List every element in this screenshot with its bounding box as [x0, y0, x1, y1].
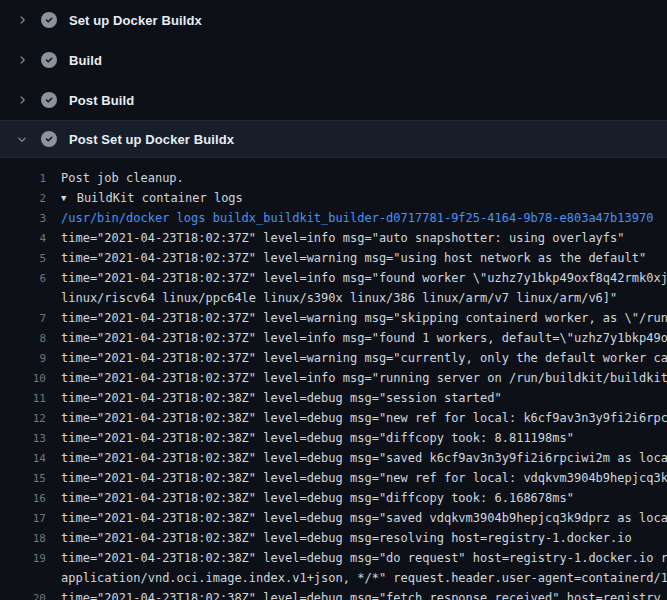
log-row: 17time="2021-04-23T18:02:38Z" level=debu… [0, 508, 667, 528]
line-number[interactable]: 20 [0, 589, 61, 600]
line-number[interactable]: 14 [0, 449, 61, 468]
log-row: 20time="2021-04-23T18:02:38Z" level=debu… [0, 588, 667, 600]
line-number[interactable]: 19 [0, 549, 61, 568]
log-area: 1Post job cleanup.2▼ BuildKit container … [0, 158, 667, 600]
check-circle-icon [41, 131, 57, 147]
log-text: time="2021-04-23T18:02:38Z" level=debug … [61, 548, 667, 568]
log-row: 10time="2021-04-23T18:02:37Z" level=info… [0, 368, 667, 388]
log-text: time="2021-04-23T18:02:38Z" level=debug … [61, 428, 574, 448]
log-text: time="2021-04-23T18:02:38Z" level=debug … [61, 488, 574, 508]
log-row: 1Post job cleanup. [0, 168, 667, 188]
line-number[interactable]: 6 [0, 269, 61, 288]
step-header-post-build[interactable]: Post Build [0, 80, 667, 120]
line-number[interactable]: 1 [0, 169, 61, 188]
log-row: 19time="2021-04-23T18:02:38Z" level=debu… [0, 548, 667, 568]
log-text: time="2021-04-23T18:02:37Z" level=warnin… [61, 248, 646, 268]
log-row: 13time="2021-04-23T18:02:38Z" level=debu… [0, 428, 667, 448]
check-circle-icon [41, 52, 57, 68]
log-row: 9time="2021-04-23T18:02:37Z" level=warni… [0, 348, 667, 368]
log-text: ▼ BuildKit container logs [61, 188, 243, 208]
line-number[interactable]: 16 [0, 489, 61, 508]
line-number[interactable]: 7 [0, 309, 61, 328]
step-header-set-up-docker-buildx[interactable]: Set up Docker Buildx [0, 0, 667, 40]
log-text: time="2021-04-23T18:02:38Z" level=debug … [61, 448, 667, 468]
line-number[interactable]: 13 [0, 429, 61, 448]
line-number[interactable]: 4 [0, 229, 61, 248]
log-row: 16time="2021-04-23T18:02:38Z" level=debu… [0, 488, 667, 508]
line-number[interactable]: 17 [0, 509, 61, 528]
log-text: time="2021-04-23T18:02:38Z" level=debug … [61, 588, 661, 600]
log-row: 18time="2021-04-23T18:02:38Z" level=debu… [0, 528, 667, 548]
step-label: Post Build [69, 93, 134, 108]
log-text: time="2021-04-23T18:02:37Z" level=info m… [61, 328, 667, 348]
line-number[interactable]: 2 [0, 189, 61, 208]
line-number[interactable]: 15 [0, 469, 61, 488]
log-text: Post job cleanup. [61, 168, 184, 188]
line-number[interactable]: 3 [0, 209, 61, 228]
log-text: /usr/bin/docker logs buildx_buildkit_bui… [61, 208, 653, 228]
log-row: 4time="2021-04-23T18:02:37Z" level=info … [0, 228, 667, 248]
log-text: time="2021-04-23T18:02:37Z" level=warnin… [61, 348, 667, 368]
step-label: Set up Docker Buildx [69, 13, 202, 28]
log-row: 14time="2021-04-23T18:02:38Z" level=debu… [0, 448, 667, 468]
log-text: time="2021-04-23T18:02:38Z" level=debug … [61, 388, 502, 408]
chevron-down-icon [14, 131, 30, 147]
log-group-row: 2▼ BuildKit container logs [0, 188, 667, 208]
log-text: time="2021-04-23T18:02:37Z" level=info m… [61, 268, 667, 288]
log-command-row: 3/usr/bin/docker logs buildx_buildkit_bu… [0, 208, 667, 228]
log-wrap-row: linux/riscv64 linux/ppc64le linux/s390x … [0, 288, 667, 308]
chevron-right-icon [14, 52, 30, 68]
log-row: 6time="2021-04-23T18:02:37Z" level=info … [0, 268, 667, 288]
log-text: time="2021-04-23T18:02:38Z" level=debug … [61, 468, 667, 488]
log-row: 11time="2021-04-23T18:02:38Z" level=debu… [0, 388, 667, 408]
log-row: 12time="2021-04-23T18:02:38Z" level=debu… [0, 408, 667, 428]
line-number[interactable]: 8 [0, 329, 61, 348]
step-label: Build [69, 53, 102, 68]
log-row: 15time="2021-04-23T18:02:38Z" level=debu… [0, 468, 667, 488]
steps-list: Set up Docker BuildxBuildPost BuildPost … [0, 0, 667, 158]
log-text: time="2021-04-23T18:02:38Z" level=debug … [61, 528, 632, 548]
step-header-post-set-up-docker-buildx[interactable]: Post Set up Docker Buildx [0, 120, 667, 158]
chevron-right-icon [14, 92, 30, 108]
log-text: time="2021-04-23T18:02:38Z" level=debug … [61, 408, 667, 428]
log-text: time="2021-04-23T18:02:37Z" level=info m… [61, 368, 667, 388]
actions-log-viewer: Set up Docker BuildxBuildPost BuildPost … [0, 0, 667, 600]
check-circle-icon [41, 92, 57, 108]
line-number[interactable]: 18 [0, 529, 61, 548]
log-text: time="2021-04-23T18:02:37Z" level=info m… [61, 228, 625, 248]
log-row: 5time="2021-04-23T18:02:37Z" level=warni… [0, 248, 667, 268]
step-label: Post Set up Docker Buildx [69, 132, 234, 147]
step-header-build[interactable]: Build [0, 40, 667, 80]
check-circle-icon [41, 12, 57, 28]
log-wrap-row: application/vnd.oci.image.index.v1+json,… [0, 568, 667, 588]
chevron-right-icon [14, 12, 30, 28]
log-row: 7time="2021-04-23T18:02:37Z" level=warni… [0, 308, 667, 328]
line-number[interactable]: 9 [0, 349, 61, 368]
line-number[interactable]: 5 [0, 249, 61, 268]
log-text: time="2021-04-23T18:02:38Z" level=debug … [61, 508, 667, 528]
triangle-down-icon[interactable]: ▼ [61, 188, 66, 208]
line-number[interactable]: 12 [0, 409, 61, 428]
log-text: linux/riscv64 linux/ppc64le linux/s390x … [61, 288, 617, 308]
log-text: time="2021-04-23T18:02:37Z" level=warnin… [61, 308, 667, 328]
log-text: application/vnd.oci.image.index.v1+json,… [61, 568, 667, 588]
log-row: 8time="2021-04-23T18:02:37Z" level=info … [0, 328, 667, 348]
line-number[interactable]: 11 [0, 389, 61, 408]
line-number[interactable]: 10 [0, 369, 61, 388]
